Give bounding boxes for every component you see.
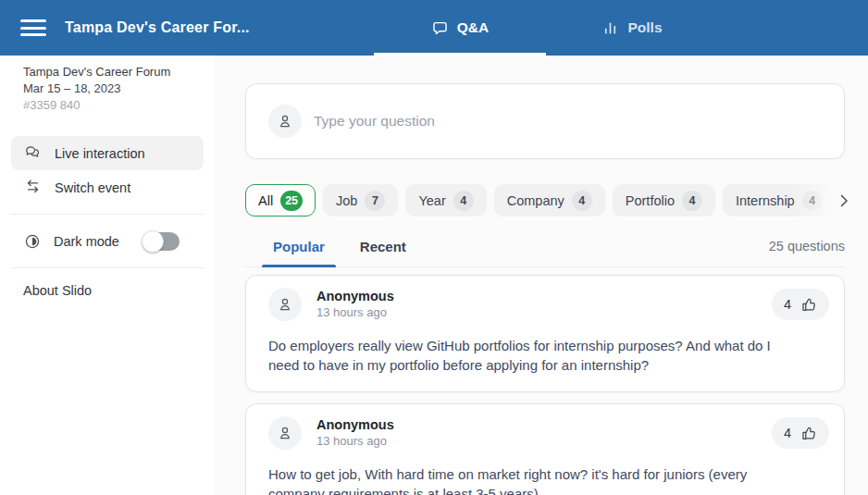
question-card-header: Anonymous 13 hours ago 4 [268,416,829,450]
question-list: Anonymous 13 hours ago 4 Do employers re… [245,275,845,495]
questions-count: 25 questions [769,239,845,266]
tab-qa-label: Q&A [457,19,489,36]
polls-chart-icon [601,19,619,37]
chips-scroll-right-button[interactable] [830,187,858,215]
question-timestamp: 13 hours ago [316,434,394,449]
question-card-header: Anonymous 13 hours ago 4 [268,288,829,321]
question-text: How to get job, With hard time on market… [268,464,829,495]
sidebar-menu: Live interaction Switch event [0,136,215,204]
filter-chip[interactable]: Job 7 [323,184,398,217]
filter-chips-row: All 25 Job 7 Year 4 Company 4 Portfolio … [245,184,845,217]
sidebar-item-label: Live interaction [55,146,145,161]
filter-chips: All 25 Job 7 Year 4 Company 4 Portfolio … [245,184,845,217]
question-author: Anonymous [316,417,394,433]
tab-popular[interactable]: Popular [267,229,330,266]
contrast-icon [23,232,42,251]
filter-chip[interactable]: Year 4 [405,184,486,217]
question-author: Anonymous [316,289,394,304]
sidebar: Tampa Dev's Career Forum Mar 15 – 18, 20… [0,56,215,495]
thumbs-up-icon [800,296,817,314]
chat-bubbles-icon [23,142,43,165]
filter-chip-count-badge: 7 [365,191,385,211]
filter-chip[interactable]: All 25 [245,184,316,217]
upvote-button[interactable]: 4 [772,289,829,320]
dark-mode-row: Dark mode [11,224,204,258]
hamburger-menu-icon[interactable] [20,18,46,38]
sidebar-divider [11,214,204,215]
sidebar-item-label: Switch event [55,180,130,195]
filter-chip[interactable]: Company 4 [494,184,605,217]
switch-arrows-icon [23,177,43,199]
filter-chip-label: Year [418,193,445,208]
event-info: Tampa Dev's Career Forum Mar 15 – 18, 20… [0,64,215,113]
tab-recent[interactable]: Recent [354,229,412,266]
filter-chip-label: Job [336,193,357,208]
tab-polls-label: Polls [627,19,662,36]
event-name: Tampa Dev's Career Forum [23,64,204,80]
thumbs-up-icon [800,425,817,442]
person-icon [268,416,302,450]
tab-polls[interactable]: Polls [546,0,718,56]
question-meta: Anonymous 13 hours ago [316,417,394,449]
filter-chip[interactable]: Portfolio 4 [613,184,715,217]
event-code: #3359 840 [23,97,204,113]
filter-chip-label: Internship [736,193,795,208]
upvote-button[interactable]: 4 [772,417,829,449]
sidebar-item-switch-event[interactable]: Switch event [11,170,204,204]
event-title-header: Tampa Dev's Career For... [65,19,250,36]
filter-chip-label: All [258,193,273,208]
top-bar: Tampa Dev's Career For... Q&A Polls [0,0,868,56]
filter-chip-label: Company [507,193,564,208]
filter-chip-count-badge: 25 [280,191,303,211]
person-icon [268,288,302,321]
dark-mode-label: Dark mode [54,234,119,249]
question-card: Anonymous 13 hours ago 4 How to get job,… [245,403,845,495]
sidebar-item-live-interaction[interactable]: Live interaction [11,136,204,170]
dark-mode-toggle[interactable] [144,232,180,251]
question-input[interactable] [314,113,822,130]
header-tabs: Q&A Polls [374,0,718,56]
sidebar-divider [11,267,204,268]
person-icon [268,105,302,138]
filter-chip-count-badge: 4 [682,191,702,211]
qa-bubble-icon [431,19,449,37]
question-meta: Anonymous 13 hours ago [316,289,394,320]
question-timestamp: 13 hours ago [316,305,394,320]
about-slido-link[interactable]: About Slido [23,283,92,298]
ask-question-card[interactable] [245,83,845,159]
filter-chip-count-badge: 4 [453,191,474,211]
upvote-count: 4 [784,426,791,440]
toggle-knob [142,230,164,253]
filter-chip-label: Portfolio [626,193,675,208]
filter-chip-count-badge: 4 [802,191,823,211]
sort-tabs-row: Popular Recent 25 questions [245,229,845,267]
tab-qa[interactable]: Q&A [374,0,546,56]
filter-chip-count-badge: 4 [572,191,592,211]
upvote-count: 4 [784,297,791,312]
event-dates: Mar 15 – 18, 2023 [23,80,204,96]
filter-chip[interactable]: Internship 4 [723,184,836,217]
question-text: Do employers really view GitHub portfoli… [268,336,829,375]
question-card: Anonymous 13 hours ago 4 Do employers re… [245,275,845,392]
qa-main-area: All 25 Job 7 Year 4 Company 4 Portfolio … [215,56,868,495]
